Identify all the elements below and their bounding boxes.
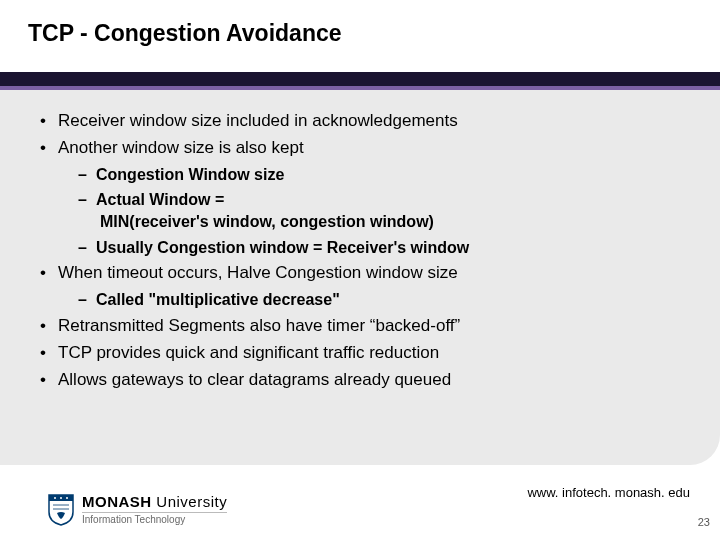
bullet-2: •Another window size is also kept: [40, 137, 680, 160]
logo-main-bold: MONASH: [82, 493, 152, 510]
university-logo: MONASH University Information Technology: [48, 494, 227, 526]
svg-point-1: [60, 497, 62, 499]
page-number: 23: [698, 516, 710, 528]
bullet-text: Called "multiplicative decrease": [96, 291, 340, 308]
bullet-4: •Retransmitted Segments also have timer …: [40, 315, 680, 338]
bullet-3: •When timeout occurs, Halve Congestion w…: [40, 262, 680, 285]
bullet-5: •TCP provides quick and significant traf…: [40, 342, 680, 365]
divider-accent: [0, 86, 720, 90]
bullet-text: MIN(receiver's window, congestion window…: [100, 213, 434, 230]
slide-title: TCP - Congestion Avoidance: [28, 20, 342, 47]
bullet-text: Allows gateways to clear datagrams alrea…: [58, 370, 451, 389]
svg-point-2: [66, 497, 68, 499]
subbullet-2-3: –Usually Congestion window = Receiver's …: [40, 237, 680, 259]
shield-icon: [48, 494, 74, 526]
bullet-text: Retransmitted Segments also have timer “…: [58, 316, 460, 335]
bullet-1: •Receiver window size included in acknow…: [40, 110, 680, 133]
svg-point-0: [54, 497, 56, 499]
bullet-text: Congestion Window size: [96, 166, 284, 183]
subbullet-2-2: –Actual Window =MIN(receiver's window, c…: [40, 189, 680, 232]
bullet-6: •Allows gateways to clear datagrams alre…: [40, 369, 680, 392]
slide-body: •Receiver window size included in acknow…: [40, 110, 680, 396]
logo-text: MONASH University Information Technology: [82, 494, 227, 525]
bullet-text: Actual Window =: [96, 191, 224, 208]
subbullet-2-1: –Congestion Window size: [40, 164, 680, 186]
bullet-text: TCP provides quick and significant traff…: [58, 343, 439, 362]
bullet-text: Another window size is also kept: [58, 138, 304, 157]
divider-dark: [0, 72, 720, 86]
logo-main: MONASH University: [82, 494, 227, 509]
bullet-text: Usually Congestion window = Receiver's w…: [96, 239, 469, 256]
footer: MONASH University Information Technology…: [0, 472, 720, 532]
slide: TCP - Congestion Avoidance •Receiver win…: [0, 0, 720, 540]
bullet-text: When timeout occurs, Halve Congestion wi…: [58, 263, 458, 282]
subbullet-3-1: –Called "multiplicative decrease": [40, 289, 680, 311]
logo-main-rest: University: [152, 493, 228, 510]
bullet-text: Receiver window size included in acknowl…: [58, 111, 458, 130]
logo-sub: Information Technology: [82, 512, 227, 525]
footer-url: www. infotech. monash. edu: [527, 485, 690, 500]
